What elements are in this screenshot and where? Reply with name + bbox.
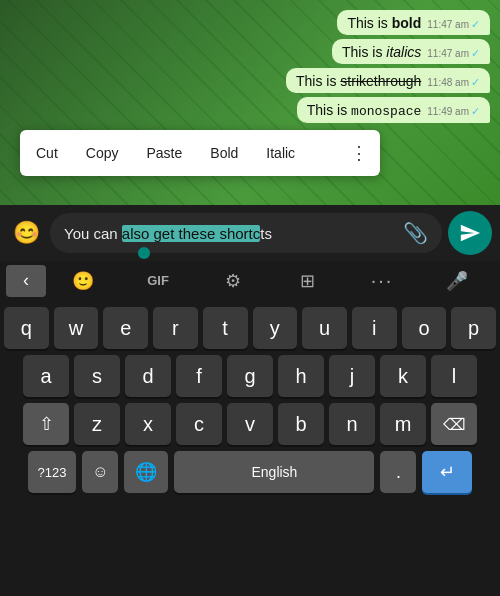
space-key[interactable]: English [174, 451, 374, 493]
text-cursor [138, 247, 150, 259]
key-q[interactable]: q [4, 307, 49, 349]
send-button[interactable] [448, 211, 492, 255]
key-row-2: a s d f g h j k l [0, 352, 500, 400]
key-j[interactable]: j [329, 355, 375, 397]
key-t[interactable]: t [203, 307, 248, 349]
num-switch-key[interactable]: ?123 [28, 451, 77, 493]
text-input[interactable]: You can also get these shortcts 📎 [50, 213, 442, 253]
italic-button[interactable]: Italic [252, 139, 309, 167]
text-before: You can [64, 225, 122, 242]
key-s[interactable]: s [74, 355, 120, 397]
keyboard-toolbar: ‹ 🙂 GIF ⚙ ⊞ ··· 🎤 [0, 258, 500, 304]
message-time: 11:48 am ✓ [427, 76, 480, 89]
emoji-button[interactable]: 😊 [8, 215, 44, 251]
attach-button[interactable]: 📎 [403, 221, 428, 245]
gif-button[interactable]: GIF [121, 263, 196, 299]
more-icon: ··· [371, 269, 394, 292]
bold-button[interactable]: Bold [196, 139, 252, 167]
key-z[interactable]: z [74, 403, 120, 445]
key-row-3: ⇧ z x c v b n m ⌫ [0, 400, 500, 448]
key-g[interactable]: g [227, 355, 273, 397]
message-bubble: This is monospace 11:49 am ✓ [297, 97, 490, 123]
message-text: This is bold [347, 15, 421, 31]
keyboard-back-button[interactable]: ‹ [6, 265, 46, 297]
settings-button[interactable]: ⚙ [195, 263, 270, 299]
message-bubble: This is bold 11:47 am ✓ [337, 10, 490, 35]
message-time: 11:47 am ✓ [427, 18, 480, 31]
key-p[interactable]: p [451, 307, 496, 349]
key-u[interactable]: u [302, 307, 347, 349]
backspace-key[interactable]: ⌫ [431, 403, 477, 445]
key-h[interactable]: h [278, 355, 324, 397]
key-space-row: ?123 ☺ 🌐 English . ↵ [0, 448, 500, 496]
message-time: 11:49 am ✓ [427, 105, 480, 118]
period-key[interactable]: . [380, 451, 416, 493]
paste-button[interactable]: Paste [132, 139, 196, 167]
key-n[interactable]: n [329, 403, 375, 445]
message-time: 11:47 am ✓ [427, 47, 480, 60]
message-bubble: This is strikethrough 11:48 am ✓ [286, 68, 490, 93]
clipboard-button[interactable]: ⊞ [270, 263, 345, 299]
key-y[interactable]: y [253, 307, 298, 349]
back-icon: ‹ [23, 270, 29, 291]
key-o[interactable]: o [402, 307, 447, 349]
text-selected: also get these shortc [122, 225, 260, 242]
clipboard-icon: ⊞ [300, 270, 315, 292]
key-row-1: q w e r t y u i o p [0, 304, 500, 352]
key-w[interactable]: w [54, 307, 99, 349]
settings-icon: ⚙ [225, 270, 241, 292]
key-r[interactable]: r [153, 307, 198, 349]
cut-button[interactable]: Cut [22, 139, 72, 167]
key-k[interactable]: k [380, 355, 426, 397]
mic-button[interactable]: 🎤 [419, 263, 494, 299]
message-text: This is monospace [307, 102, 422, 119]
shift-key[interactable]: ⇧ [23, 403, 69, 445]
context-menu: Cut Copy Paste Bold Italic ⋮ [20, 130, 380, 176]
key-c[interactable]: c [176, 403, 222, 445]
send-icon [459, 222, 481, 244]
key-b[interactable]: b [278, 403, 324, 445]
message-bubble: This is italics 11:47 am ✓ [332, 39, 490, 64]
globe-key[interactable]: 🌐 [124, 451, 168, 493]
key-a[interactable]: a [23, 355, 69, 397]
key-m[interactable]: m [380, 403, 426, 445]
message-text: This is strikethrough [296, 73, 421, 89]
enter-key[interactable]: ↵ [422, 451, 472, 493]
copy-button[interactable]: Copy [72, 139, 133, 167]
input-area: 😊 You can also get these shortcts 📎 [0, 205, 500, 261]
key-f[interactable]: f [176, 355, 222, 397]
sticker-button[interactable]: 🙂 [46, 263, 121, 299]
emoji-icon: 😊 [13, 220, 40, 246]
mic-icon: 🎤 [446, 270, 468, 292]
key-i[interactable]: i [352, 307, 397, 349]
more-button[interactable]: ··· [345, 263, 420, 299]
message-text: This is italics [342, 44, 421, 60]
messages-container: This is bold 11:47 am ✓ This is italics … [0, 0, 500, 123]
chat-background: This is bold 11:47 am ✓ This is italics … [0, 0, 500, 220]
key-v[interactable]: v [227, 403, 273, 445]
key-l[interactable]: l [431, 355, 477, 397]
sticker-icon: 🙂 [72, 270, 94, 292]
keyboard: q w e r t y u i o p a s d f g h j k l ⇧ … [0, 304, 500, 496]
key-x[interactable]: x [125, 403, 171, 445]
key-d[interactable]: d [125, 355, 171, 397]
more-options-button[interactable]: ⋮ [340, 136, 378, 170]
input-text-content: You can also get these shortcts [64, 223, 397, 244]
text-after: ts [260, 225, 272, 242]
emoji-key[interactable]: ☺ [82, 451, 118, 493]
key-e[interactable]: e [103, 307, 148, 349]
gif-label: GIF [147, 273, 169, 288]
